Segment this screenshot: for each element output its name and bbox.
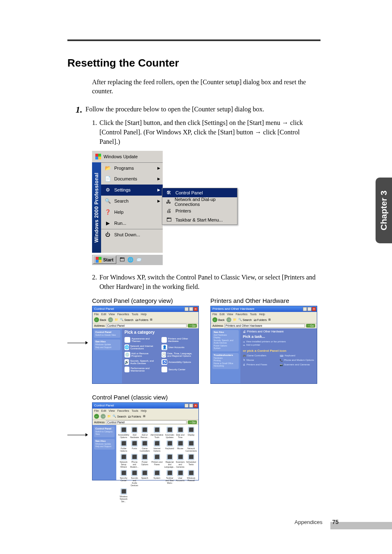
- menu-edit[interactable]: Edit: [219, 313, 224, 316]
- go-button[interactable]: → Go: [188, 420, 197, 424]
- classic-cp-icon[interactable]: ⬛Wireless Network Set...: [118, 488, 129, 503]
- search-button[interactable]: 🔍Search: [238, 318, 252, 321]
- back-button[interactable]: ←Back: [94, 317, 106, 322]
- category-item[interactable]: ♿Accessibility Options: [161, 359, 196, 365]
- switch-view-link[interactable]: Switch to Category View: [95, 430, 113, 436]
- close-button[interactable]: ×: [194, 307, 198, 311]
- cp-icon-link[interactable]: 📞Phone and Modem Options: [280, 359, 314, 362]
- address-field[interactable]: Control Panel: [106, 324, 187, 328]
- classic-cp-icon[interactable]: ⬛Game Controllers: [140, 440, 150, 452]
- menu-help[interactable]: Help: [141, 313, 147, 316]
- views-button[interactable]: ⊞: [268, 318, 271, 321]
- search-button[interactable]: 🔍Search: [113, 415, 126, 418]
- category-item[interactable]: 💿Add or Remove Programs: [125, 352, 159, 358]
- back-button[interactable]: ←Back: [212, 317, 225, 322]
- close-button[interactable]: ×: [312, 307, 316, 311]
- minimize-button[interactable]: _: [184, 404, 189, 408]
- cp-icon-link[interactable]: 🖨Printers and Faxes: [243, 363, 277, 366]
- classic-cp-icon[interactable]: ⬛Administrative Tools: [150, 427, 163, 439]
- classic-cp-icon[interactable]: ⬛Add Hardware: [130, 427, 139, 439]
- classic-cp-icon[interactable]: ⬛Power Options: [140, 454, 150, 468]
- start-menu-item-search[interactable]: 🔍Search▶: [101, 196, 163, 207]
- menu-file[interactable]: File: [94, 409, 99, 412]
- classic-cp-icon[interactable]: ⬛Fonts: [130, 440, 139, 452]
- quick-launch-icon[interactable]: 🌐: [127, 256, 134, 263]
- classic-cp-icon[interactable]: ⬛Keyboard: [164, 440, 175, 452]
- start-menu-top-item[interactable]: Windows Update: [92, 151, 163, 162]
- category-item[interactable]: 👤User Accounts: [161, 344, 196, 350]
- up-button[interactable]: 📁: [115, 318, 118, 321]
- start-button[interactable]: Start: [93, 256, 116, 264]
- classic-cp-icon[interactable]: ⬛Printers and Faxes: [150, 454, 163, 468]
- up-button[interactable]: 📁: [233, 318, 237, 321]
- submenu-item-taskbar-start-menu-[interactable]: 🗔Taskbar & Start Menu...: [162, 215, 237, 224]
- menu-view[interactable]: View: [227, 313, 233, 316]
- search-button[interactable]: 🔍Search: [120, 318, 134, 321]
- classic-cp-icon[interactable]: ⬛Network Connections: [185, 440, 197, 452]
- forward-button[interactable]: →: [108, 317, 113, 322]
- classic-cp-icon[interactable]: ⬛Accessibility Options: [118, 427, 129, 439]
- submenu-item-network-and-dial-up-connections[interactable]: 🖧Network and Dial-up Connections: [162, 197, 237, 206]
- category-item[interactable]: 🕒Date, Time, Language, and Regional Opti…: [161, 352, 196, 358]
- go-button[interactable]: → Go: [306, 324, 315, 328]
- menu-file[interactable]: File: [94, 313, 99, 316]
- forward-button[interactable]: →: [101, 414, 106, 419]
- minimize-button[interactable]: _: [303, 307, 307, 311]
- cp-icon-link[interactable]: 🖱Mouse: [243, 359, 277, 362]
- views-button[interactable]: ⊞: [150, 318, 152, 321]
- quick-launch-icon[interactable]: 🗔: [119, 256, 125, 263]
- menu-tools[interactable]: Tools: [250, 313, 256, 316]
- start-menu-item-run-[interactable]: ▶Run...: [101, 218, 163, 229]
- maximize-button[interactable]: □: [307, 307, 311, 311]
- classic-cp-icon[interactable]: ⬛Mouse: [176, 440, 184, 452]
- task-link[interactable]: ➔Add a printer: [243, 344, 314, 346]
- cp-icon-link[interactable]: 🎮Game Controllers: [243, 354, 277, 357]
- classic-cp-icon[interactable]: ⬛Network Setup Wizard: [118, 454, 129, 468]
- task-link[interactable]: ➔View installed printers or fax printers: [243, 340, 314, 343]
- start-menu-item-settings[interactable]: ⚙Settings▶: [101, 185, 163, 196]
- classic-cp-icon[interactable]: ⬛Windows Firewall: [185, 470, 197, 487]
- menu-view[interactable]: View: [108, 409, 115, 412]
- go-button[interactable]: → Go: [188, 324, 197, 328]
- classic-cp-icon[interactable]: ⬛Taskbar and Start Menu: [164, 470, 175, 487]
- switch-view-link[interactable]: Switch to Classic View: [95, 334, 119, 337]
- classic-cp-icon[interactable]: ⬛Add or Remov...: [140, 427, 150, 439]
- menu-help[interactable]: Help: [141, 409, 147, 412]
- folders-button[interactable]: 🗂Folders: [128, 415, 141, 418]
- classic-cp-icon[interactable]: ⬛Regional and Language...: [164, 454, 175, 468]
- maximize-button[interactable]: □: [189, 404, 193, 408]
- menu-edit[interactable]: Edit: [101, 313, 106, 316]
- classic-cp-icon[interactable]: ⬛Speech: [140, 470, 150, 487]
- forward-button[interactable]: →: [226, 317, 231, 322]
- classic-cp-icon[interactable]: ⬛System: [150, 470, 163, 487]
- menu-tools[interactable]: Tools: [131, 409, 138, 412]
- classic-cp-icon[interactable]: ⬛Phone and Modem...: [130, 454, 139, 468]
- side-link[interactable]: Home or Small Office Networking: [214, 362, 238, 367]
- classic-cp-icon[interactable]: ⬛Sounds and Audio Devices: [130, 470, 139, 487]
- classic-cp-icon[interactable]: ⬛Display: [185, 427, 197, 439]
- side-link[interactable]: Help and Support: [95, 445, 113, 448]
- side-link[interactable]: Help and Support: [95, 346, 119, 349]
- start-menu-item-programs[interactable]: 📂Programs▶: [101, 162, 163, 173]
- address-field[interactable]: Control Panel: [106, 420, 187, 424]
- classic-cp-icon[interactable]: ⬛Scheduled Tasks: [185, 454, 197, 468]
- quick-launch-icon[interactable]: 📨: [135, 256, 142, 263]
- menu-favorites[interactable]: Favorites: [117, 409, 129, 412]
- category-item[interactable]: 🔊Sounds, Speech, and Audio Devices: [125, 359, 159, 365]
- category-item[interactable]: 🖼Appearance and Themes: [125, 337, 159, 343]
- close-button[interactable]: ×: [194, 404, 198, 408]
- classic-cp-icon[interactable]: ⬛Security Center: [118, 470, 129, 487]
- classic-cp-icon[interactable]: ⬛Automatic Updates: [164, 427, 175, 439]
- category-item[interactable]: 🖨Printers and Other Hardware: [161, 337, 196, 343]
- classic-cp-icon[interactable]: ⬛Scanners and Cameras: [176, 454, 184, 468]
- category-item[interactable]: 🌐Network and Internet Connections: [125, 344, 159, 350]
- start-menu-item-shut-down-[interactable]: ⏻Shut Down...: [101, 229, 163, 240]
- menu-favorites[interactable]: Favorites: [235, 313, 247, 316]
- classic-cp-icon[interactable]: ⬛User Accounts: [176, 470, 184, 487]
- maximize-button[interactable]: □: [189, 307, 193, 311]
- menu-view[interactable]: View: [108, 313, 115, 316]
- classic-cp-icon[interactable]: ⬛Folder Options: [118, 440, 129, 452]
- side-link[interactable]: Sounds, Speech, and Audio Devices: [214, 339, 238, 344]
- cp-icon-link[interactable]: ⌨Keyboard: [280, 354, 314, 357]
- menu-file[interactable]: File: [212, 313, 217, 316]
